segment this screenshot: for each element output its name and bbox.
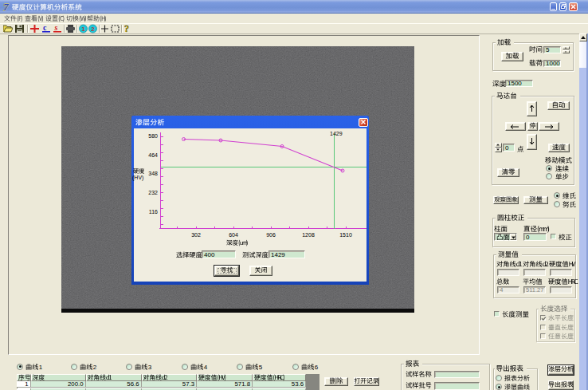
svg-text:s: s: [54, 24, 58, 32]
svg-text:2: 2: [91, 26, 95, 33]
svg-text:?: ?: [124, 24, 129, 33]
svg-text:1: 1: [81, 26, 85, 33]
svg-text:7: 7: [3, 2, 9, 12]
svg-text:c: c: [43, 24, 47, 32]
